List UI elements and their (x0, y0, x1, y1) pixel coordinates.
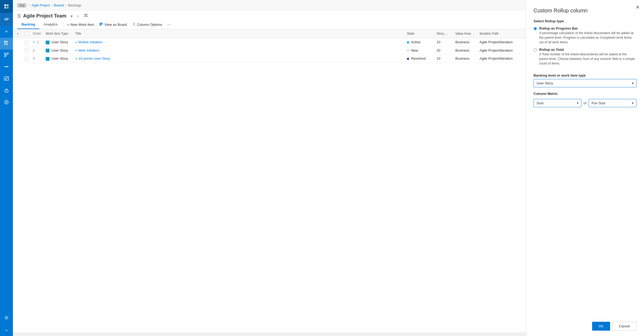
table-row: 3 User Story ▪▪ 10 points User Story Res… (13, 55, 526, 63)
page-title: Agile Project Team (23, 13, 66, 19)
view-as-board-button[interactable]: View as Board (97, 21, 130, 28)
right-panel: ✕ Custom Rollup column Select Rollup typ… (526, 0, 644, 336)
breadcrumb-org[interactable]: Org (17, 3, 26, 8)
order-number: 1 (37, 40, 39, 44)
rollup-type-label: Select Rollup type (534, 19, 636, 23)
row-actions-1[interactable]: ··· (103, 40, 106, 44)
row-title-1: ▪▪ Mobile initiation ··· (73, 38, 405, 47)
col-header-type[interactable]: Work Item Type (44, 29, 73, 38)
title-link-2[interactable]: Web initiation (78, 48, 99, 52)
team-members-btn[interactable] (83, 13, 89, 19)
row-check-1[interactable] (23, 38, 31, 47)
rollup-progress-radio[interactable] (534, 27, 537, 30)
title-icon: ▪▪ (75, 41, 77, 44)
sidebar-item-pipelines[interactable] (0, 61, 13, 73)
svg-point-22 (86, 14, 87, 15)
rollup-progress-desc: A percentage calculation of the linked d… (539, 31, 636, 44)
rollup-progress-option[interactable]: Rollup as Progress Bar A percentage calc… (534, 26, 636, 44)
svg-point-8 (5, 53, 6, 54)
rollup-progress-label: Rollup as Progress Bar (539, 26, 636, 30)
cancel-button[interactable]: Cancel (612, 322, 636, 331)
svg-rect-1 (7, 4, 9, 6)
sidebar-item-boards[interactable] (0, 38, 13, 49)
view-as-board-icon (99, 22, 103, 27)
app-logo[interactable] (0, 0, 13, 13)
ok-button[interactable]: OK (592, 322, 610, 331)
sidebar-item-extensions[interactable] (0, 97, 13, 109)
sidebar-item-settings[interactable] (0, 312, 13, 324)
field-select-wrapper: Foo Size Story Points Effort Size (589, 99, 636, 107)
add-child-btn[interactable]: + (33, 40, 35, 44)
panel-title: Custom Rollup column (534, 8, 636, 14)
svg-rect-6 (4, 44, 6, 45)
row-state-2: New (405, 46, 434, 55)
select-all-checkbox[interactable] (25, 32, 28, 35)
row-iteration-1: Agile Project\Iteration (477, 38, 526, 47)
sidebar-item-artifacts[interactable] (0, 85, 13, 97)
column-metric-label: Column Metric (534, 92, 636, 96)
col-header-iteration[interactable]: Iteration Path (477, 29, 526, 38)
sidebar-item-test-plans[interactable] (0, 73, 13, 85)
table-row: + 1 User Story ▪▪ Mobile initiation ··· (13, 38, 526, 47)
avatar[interactable]: AP (0, 13, 13, 26)
rollup-total-desc: A Total number of the linked descendents… (539, 52, 636, 66)
svg-point-19 (6, 101, 7, 103)
new-work-item-button[interactable]: + New Work Item (65, 21, 97, 28)
row-title-3: ▪▪ 10 points User Story (73, 55, 405, 63)
row-order-2: 2 (31, 46, 44, 55)
main-area: Org / Agile Project / Boards / Backlogs … (13, 0, 526, 336)
breadcrumb-boards[interactable]: Boards (54, 3, 64, 7)
tab-analytics[interactable]: Analytics (40, 20, 62, 29)
breadcrumb-project[interactable]: Agile Project (32, 3, 50, 7)
title-icon-2: ▪▪ (75, 49, 77, 52)
sidebar-item-collapse[interactable]: « (0, 324, 13, 336)
svg-point-25 (134, 23, 135, 24)
title-link-1[interactable]: Mobile initiation (78, 40, 103, 44)
row-iteration-2: Agile Project\Iteration (477, 46, 526, 55)
row-check-3[interactable] (23, 55, 31, 63)
panel-close-button[interactable]: ✕ (636, 4, 640, 10)
toolbar: Backlog Analytics + New Work Item View a… (13, 19, 526, 29)
col-header-title[interactable]: Title (73, 29, 405, 38)
tab-backlog[interactable]: Backlog (17, 20, 40, 29)
column-options-button[interactable]: Column Options (130, 21, 165, 28)
sidebar-item-add[interactable]: + (0, 26, 13, 38)
row-state-3: Resolved (405, 55, 434, 63)
page-header-icon: ☰ (17, 13, 21, 19)
rollup-total-option[interactable]: Rollup as Total A Total number of the li… (534, 48, 636, 66)
type-label-3: User Story (52, 56, 68, 60)
row-type-1: User Story (44, 38, 73, 47)
rollup-total-radio[interactable] (534, 48, 537, 52)
row-check-2[interactable] (23, 46, 31, 55)
artifacts-icon (4, 88, 9, 94)
work-item-icon-2 (46, 49, 49, 52)
col-header-story[interactable]: Story ... (434, 29, 453, 38)
table-row: 2 User Story ▪▪ Web initiation New (13, 46, 526, 55)
row-iteration-3: Agile Project\Iteration (477, 55, 526, 63)
col-header-order[interactable]: Order (31, 29, 44, 38)
row-story-1: 10 (434, 38, 453, 47)
horizontal-scrollbar[interactable] (13, 333, 526, 336)
add-work-item-btn[interactable]: + (15, 31, 20, 36)
row-story-3: 10 (434, 55, 453, 63)
favorite-btn[interactable]: ☆ (75, 13, 81, 19)
row-title-2: ▪▪ Web initiation (73, 46, 405, 55)
title-link-3[interactable]: 10 points User Story (78, 56, 110, 60)
boards-icon (4, 41, 9, 47)
team-dropdown-btn[interactable]: ▾ (70, 13, 74, 19)
row-type-2: User Story (44, 46, 73, 55)
page-header-actions: ▾ ☆ (70, 13, 89, 19)
rollup-progress-content: Rollup as Progress Bar A percentage calc… (539, 26, 636, 44)
row-value-2: Business (453, 46, 477, 55)
more-options-button[interactable]: ··· (165, 21, 173, 29)
col-header-state[interactable]: State (405, 29, 434, 38)
metric-select[interactable]: Sum Count (534, 99, 581, 107)
row-type-3: User Story (44, 55, 73, 63)
new-work-item-icon: + (67, 23, 69, 27)
backlog-level-select[interactable]: User Story Feature Epic Task Bug (534, 79, 636, 87)
sidebar-item-repos[interactable] (0, 49, 13, 61)
field-select[interactable]: Foo Size Story Points Effort Size (589, 99, 636, 107)
svg-point-10 (7, 53, 9, 54)
col-header-value-area[interactable]: Value Area (453, 29, 477, 38)
pipelines-icon (4, 64, 9, 70)
